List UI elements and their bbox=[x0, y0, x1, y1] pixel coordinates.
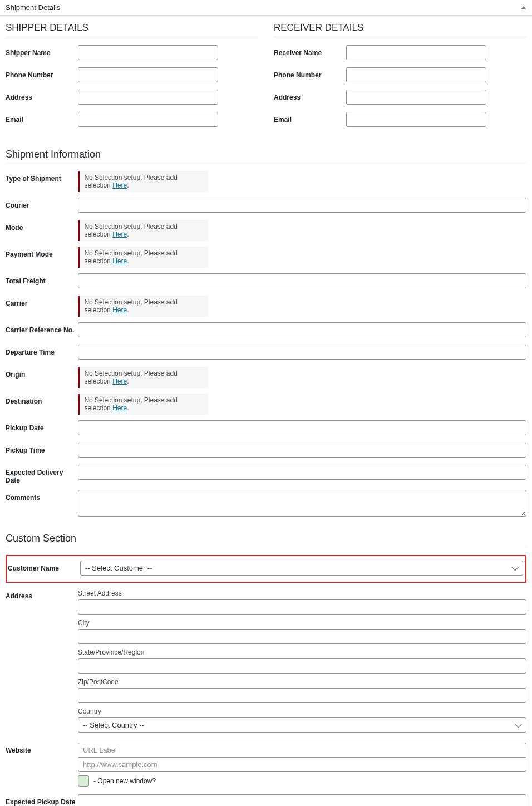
departure-time-input[interactable] bbox=[78, 345, 526, 360]
mode-notice-link[interactable]: Here bbox=[112, 230, 127, 238]
city-sublabel: City bbox=[78, 619, 526, 627]
total-freight-input[interactable] bbox=[78, 273, 526, 288]
divider bbox=[6, 163, 526, 163]
origin-label: Origin bbox=[6, 367, 78, 379]
destination-label: Destination bbox=[6, 394, 78, 405]
comments-input[interactable] bbox=[78, 490, 526, 517]
collapse-toggle-icon[interactable] bbox=[521, 6, 526, 9]
shipper-address-label: Address bbox=[6, 90, 78, 101]
open-new-window-label: - Open new window? bbox=[93, 777, 156, 785]
country-sublabel: Country bbox=[78, 707, 526, 715]
receiver-email-input[interactable] bbox=[346, 112, 486, 127]
receiver-heading: RECEIVER DETAILS bbox=[274, 22, 526, 33]
expected-delivery-label: Expected Delivery Date bbox=[6, 465, 78, 484]
city-input[interactable] bbox=[78, 629, 526, 644]
payment-mode-label: Payment Mode bbox=[6, 247, 78, 258]
shipper-email-label: Email bbox=[6, 112, 78, 124]
carrier-label: Carrier bbox=[6, 296, 78, 307]
mode-label: Mode bbox=[6, 220, 78, 232]
courier-label: Courier bbox=[6, 198, 78, 209]
expected-pickup-label: Expected Pickup Date bbox=[6, 794, 78, 806]
shipper-name-input[interactable] bbox=[78, 45, 218, 60]
shipper-heading: SHIPPER DETAILS bbox=[6, 22, 258, 33]
panel-title: Shipment Details bbox=[6, 3, 60, 12]
comments-label: Comments bbox=[6, 490, 78, 502]
pickup-time-label: Pickup Time bbox=[6, 443, 78, 454]
website-url-input[interactable] bbox=[78, 757, 526, 772]
origin-notice: No Selection setup, Please add selection… bbox=[78, 367, 208, 388]
shipper-email-input[interactable] bbox=[78, 112, 218, 127]
expected-delivery-input[interactable] bbox=[78, 465, 526, 480]
custom-section-heading: Custom Section bbox=[6, 533, 526, 544]
shipper-name-label: Shipper Name bbox=[6, 45, 78, 57]
state-sublabel: State/Province/Region bbox=[78, 648, 526, 656]
receiver-address-input[interactable] bbox=[346, 90, 486, 105]
courier-input[interactable] bbox=[78, 198, 526, 213]
origin-notice-link[interactable]: Here bbox=[112, 377, 127, 385]
customer-name-label: Customer Name bbox=[8, 561, 80, 572]
receiver-address-label: Address bbox=[274, 90, 346, 101]
shipment-info-heading: Shipment Information bbox=[6, 149, 526, 160]
pickup-date-input[interactable] bbox=[78, 420, 526, 435]
divider bbox=[274, 37, 526, 37]
carrier-ref-input[interactable] bbox=[78, 322, 526, 337]
payment-mode-notice-link[interactable]: Here bbox=[112, 257, 127, 265]
receiver-name-input[interactable] bbox=[346, 45, 486, 60]
carrier-notice-link[interactable]: Here bbox=[112, 306, 127, 314]
shipper-phone-label: Phone Number bbox=[6, 67, 78, 79]
custom-address-label: Address bbox=[6, 588, 78, 600]
type-label: Type of Shipment bbox=[6, 171, 78, 183]
divider bbox=[6, 547, 526, 547]
receiver-name-label: Receiver Name bbox=[274, 45, 346, 57]
destination-notice-link[interactable]: Here bbox=[112, 404, 127, 412]
carrier-notice: No Selection setup, Please add selection… bbox=[78, 296, 208, 317]
zip-sublabel: Zip/PostCode bbox=[78, 678, 526, 686]
customer-name-select[interactable]: -- Select Customer -- bbox=[80, 561, 523, 576]
receiver-email-label: Email bbox=[274, 112, 346, 124]
street-sublabel: Street Address bbox=[78, 589, 526, 597]
shipper-phone-input[interactable] bbox=[78, 67, 218, 82]
divider bbox=[6, 37, 258, 37]
zip-input[interactable] bbox=[78, 688, 526, 703]
country-select[interactable]: -- Select Country -- bbox=[78, 717, 526, 733]
pickup-time-input[interactable] bbox=[78, 443, 526, 458]
state-input[interactable] bbox=[78, 658, 526, 674]
receiver-phone-label: Phone Number bbox=[274, 67, 346, 79]
type-notice: No Selection setup, Please add selection… bbox=[78, 171, 208, 192]
receiver-phone-input[interactable] bbox=[346, 67, 486, 82]
type-notice-link[interactable]: Here bbox=[112, 181, 127, 189]
panel-header: Shipment Details bbox=[0, 0, 532, 16]
mode-notice: No Selection setup, Please add selection… bbox=[78, 220, 208, 241]
payment-mode-notice: No Selection setup, Please add selection… bbox=[78, 247, 208, 268]
customer-name-highlight: Customer Name -- Select Customer -- bbox=[6, 555, 526, 583]
expected-pickup-input[interactable] bbox=[78, 794, 526, 806]
departure-time-label: Departure Time bbox=[6, 345, 78, 356]
shipper-address-input[interactable] bbox=[78, 90, 218, 105]
website-label: Website bbox=[6, 743, 78, 754]
open-new-window-checkbox[interactable] bbox=[78, 775, 89, 787]
street-input[interactable] bbox=[78, 599, 526, 615]
website-url-label-input[interactable] bbox=[78, 743, 526, 758]
destination-notice: No Selection setup, Please add selection… bbox=[78, 394, 208, 415]
carrier-ref-label: Carrier Reference No. bbox=[6, 322, 78, 334]
total-freight-label: Total Freight bbox=[6, 273, 78, 285]
pickup-date-label: Pickup Date bbox=[6, 420, 78, 432]
